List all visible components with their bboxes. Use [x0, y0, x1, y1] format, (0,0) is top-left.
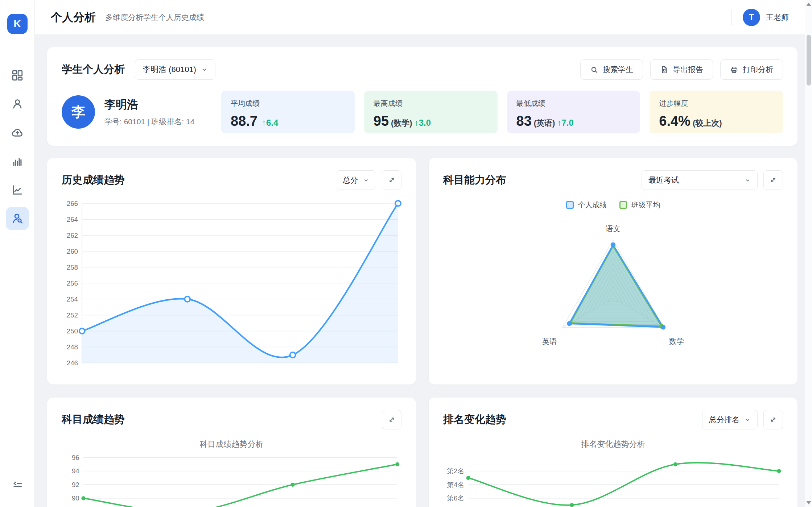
sidebar-item-personal-analysis[interactable]: [6, 207, 29, 230]
subject-ability-card: 科目能力分布 最近考试: [429, 158, 797, 385]
user-search-icon: [11, 212, 24, 225]
svg-text:252: 252: [67, 311, 78, 319]
expand-icon: [388, 416, 396, 424]
header-user-area: T 王老师: [731, 9, 789, 26]
student-select[interactable]: 李明浩 (60101): [135, 59, 215, 80]
stat-delta: ↑3.0: [415, 118, 431, 128]
svg-text:260: 260: [67, 248, 78, 255]
svg-text:246: 246: [67, 359, 78, 367]
sidebar-item-upload[interactable]: [6, 121, 29, 144]
collapse-icon: [12, 478, 23, 490]
export-report-button[interactable]: 导出报告: [650, 59, 713, 80]
sidebar-nav: [6, 64, 29, 236]
legend-swatch-personal: [566, 201, 574, 209]
student-select-value: 李明浩 (60101): [143, 64, 196, 75]
search-icon: [590, 66, 598, 74]
radar-legend: 个人成绩 班级平均: [443, 200, 783, 210]
search-student-button[interactable]: 搜索学生: [580, 59, 643, 80]
svg-text:92: 92: [72, 481, 79, 489]
scrollbar-thumb[interactable]: [807, 35, 811, 86]
scrollbar-down-arrow[interactable]: [806, 501, 811, 504]
legend-item-personal[interactable]: 个人成绩: [566, 200, 607, 210]
chevron-down-icon: [745, 177, 751, 183]
svg-text:第2名: 第2名: [447, 467, 464, 475]
page-subtitle: 多维度分析学生个人历史成绩: [105, 12, 204, 22]
stat-delta: ↑6.4: [262, 118, 278, 128]
history-metric-value: 总分: [343, 175, 358, 185]
svg-text:250: 250: [67, 327, 78, 335]
subject-chart-title: 科目成绩趋势分析: [62, 439, 401, 450]
stat-progress: 进步幅度 6.4% (较上次): [650, 91, 783, 133]
chevron-down-icon: [201, 66, 208, 73]
user-avatar[interactable]: T: [743, 9, 760, 26]
chevron-down-icon: [745, 417, 751, 423]
student-overview-card: 学生个人分析 李明浩 (60101) 搜索学生: [47, 47, 797, 146]
svg-text:96: 96: [72, 454, 79, 461]
svg-text:266: 266: [67, 200, 78, 207]
header: 个人分析 多维度分析学生个人历史成绩 T 王老师: [35, 0, 805, 35]
stat-average-score: 平均成绩 88.7 ↑6.4: [221, 91, 355, 133]
student-name: 李明浩: [104, 97, 194, 112]
sidebar-item-dashboard[interactable]: [6, 64, 29, 87]
print-analysis-button[interactable]: 打印分析: [720, 59, 783, 80]
svg-text:英语: 英语: [542, 337, 557, 345]
header-divider: [731, 10, 732, 25]
history-metric-select[interactable]: 总分: [336, 170, 376, 190]
stat-label: 最高成绩: [374, 99, 488, 108]
stat-value: 83: [516, 113, 532, 129]
expand-icon: [388, 176, 396, 184]
stat-annotation: (较上次): [693, 118, 722, 129]
rank-expand-button[interactable]: [763, 410, 783, 429]
svg-text:258: 258: [67, 263, 78, 271]
exam-select[interactable]: 最近考试: [642, 170, 758, 190]
exam-select-value: 最近考试: [648, 175, 679, 185]
app-logo[interactable]: K: [7, 14, 28, 34]
rank-type-value: 总分排名: [709, 415, 739, 425]
stat-value: 6.4%: [659, 113, 691, 129]
history-trend-card: 历史成绩趋势 总分: [47, 158, 416, 385]
stat-annotation: (数学): [391, 118, 412, 129]
search-student-label: 搜索学生: [603, 65, 633, 75]
svg-text:数学: 数学: [669, 337, 684, 345]
user-name: 王老师: [766, 12, 789, 22]
rank-trend-card: 排名变化趋势 总分排名: [429, 398, 797, 507]
sidebar-item-bar-stats[interactable]: [6, 150, 29, 173]
svg-text:254: 254: [67, 295, 78, 303]
rank-type-select[interactable]: 总分排名: [702, 410, 758, 429]
legend-item-class-average[interactable]: 班级平均: [619, 200, 660, 210]
svg-text:90: 90: [72, 494, 79, 502]
svg-text:94: 94: [72, 467, 79, 475]
scrollbar-up-arrow[interactable]: [806, 3, 811, 6]
rank-trend-title: 排名变化趋势: [443, 412, 506, 427]
stats-row: 平均成绩 88.7 ↑6.4 最高成绩 95 (数学) ↑3.0: [221, 91, 783, 133]
svg-text:264: 264: [67, 216, 78, 223]
radar-chart: 语文数学英语: [443, 213, 783, 376]
sidebar: K: [0, 0, 35, 507]
subject-expand-button[interactable]: [382, 410, 401, 429]
history-expand-button[interactable]: [382, 170, 401, 190]
document-icon: [660, 66, 668, 74]
history-chart: 266264262260258256254252250248246: [62, 199, 401, 382]
radar-expand-button[interactable]: [763, 170, 783, 190]
stat-lowest-score: 最低成绩 83 (英语) ↑7.0: [507, 91, 640, 133]
export-report-label: 导出报告: [673, 65, 703, 75]
sidebar-item-students[interactable]: [6, 92, 29, 116]
stat-annotation: (英语): [534, 118, 555, 129]
sidebar-item-trends[interactable]: [6, 178, 29, 201]
page-scrollbar[interactable]: [805, 0, 812, 507]
rank-chart-title: 排名变化趋势分析: [443, 439, 783, 450]
cloud-upload-icon: [11, 126, 24, 139]
subject-trend-card: 科目成绩趋势 科目成绩趋势分析 969492908886: [47, 398, 416, 507]
stat-label: 最低成绩: [516, 99, 631, 108]
svg-text:第4名: 第4名: [447, 481, 464, 489]
overview-title: 学生个人分析: [62, 62, 125, 77]
bar-chart-icon: [11, 155, 24, 167]
sidebar-collapse-button[interactable]: [6, 474, 29, 494]
expand-icon: [769, 176, 777, 184]
legend-swatch-class-average: [619, 201, 627, 209]
expand-icon: [769, 416, 777, 424]
print-analysis-label: 打印分析: [743, 65, 773, 75]
subject-chart: 969492908886: [62, 454, 401, 507]
rank-chart: 第2名第4名第6名第8名: [443, 454, 783, 507]
student-meta: 学号: 60101 | 班级排名: 14: [104, 117, 194, 127]
